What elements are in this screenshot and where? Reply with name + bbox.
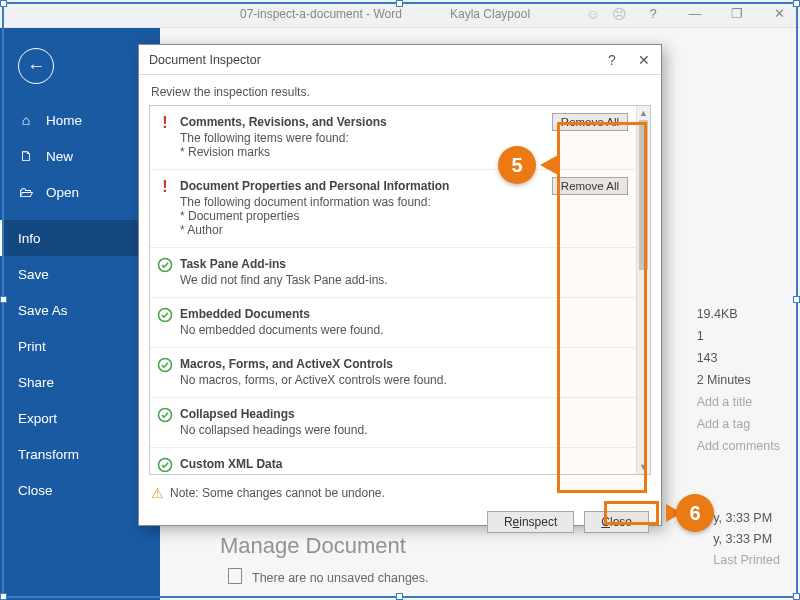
minimize-button[interactable]: — [674,0,716,28]
scroll-down-icon[interactable]: ▼ [637,460,650,474]
result-title: Comments, Revisions, and Versions [180,115,544,129]
remove-all-button[interactable]: Remove All [552,113,628,131]
sidebar-item-label: Save As [18,303,68,318]
sidebar-item-home[interactable]: ⌂ Home [0,102,160,138]
callout-label: 6 [689,502,700,525]
result-title: Collapsed Headings [180,407,544,421]
dialog-subtitle: Review the inspection results. [139,75,661,105]
result-body: We did not find any Task Pane add-ins. [180,273,544,287]
window-buttons: ☺ ☹ ? — ❐ ✕ [580,0,800,28]
remove-all-button[interactable]: Remove All [552,177,628,195]
sidebar-item-open[interactable]: 🗁 Open [0,174,160,210]
callout-6: 6 [676,494,714,532]
sidebar-item-label: Close [18,483,53,498]
result-task-pane-addins: Task Pane Add-ins We did not find any Ta… [150,248,636,298]
result-title: Document Properties and Personal Informa… [180,179,544,193]
result-body: No collapsed headings were found. [180,423,544,437]
prop-editing-time: 2 Minutes [697,369,780,391]
results-list: ! Comments, Revisions, and Versions The … [150,106,636,474]
manage-document-status: There are no unsaved changes. [252,571,429,585]
sidebar-item-print[interactable]: Print [0,328,160,364]
prop-size: 19.4KB [697,303,780,325]
note-text: Note: Some changes cannot be undone. [170,486,385,500]
result-custom-xml-data: Custom XML Data [150,448,636,474]
result-macros-forms-activex: Macros, Forms, and ActiveX Controls No m… [150,348,636,398]
sidebar-item-save-as[interactable]: Save As [0,292,160,328]
sidebar-item-label: Transform [18,447,79,462]
result-comments-revisions: ! Comments, Revisions, and Versions The … [150,106,636,170]
sidebar-item-close[interactable]: Close [0,472,160,508]
result-title: Embedded Documents [180,307,544,321]
result-body: * Revision marks [180,145,544,159]
user-name: Kayla Claypool [450,7,530,21]
arrow-left-icon: ← [27,56,45,77]
sidebar-item-new[interactable]: 🗋 New [0,138,160,174]
inspection-results: ! Comments, Revisions, and Versions The … [149,105,651,475]
scroll-thumb[interactable] [639,120,648,270]
document-title: 07-inspect-a-document - Word [240,7,402,21]
result-collapsed-headings: Collapsed Headings No collapsed headings… [150,398,636,448]
checkmark-icon [157,457,173,473]
sidebar-item-label: New [46,149,73,164]
date-created: y, 3:33 PM [713,529,780,550]
dialog-help-button[interactable]: ? [603,52,621,68]
dialog-title: Document Inspector [149,53,261,67]
back-button[interactable]: ← [18,48,54,84]
callout-tail [540,155,558,175]
face-happy-icon[interactable]: ☺ [580,0,606,28]
restore-button[interactable]: ❐ [716,0,758,28]
sidebar-item-save[interactable]: Save [0,256,160,292]
related-dates: y, 3:33 PM y, 3:33 PM Last Printed [713,508,780,571]
prop-words: 143 [697,347,780,369]
close-button[interactable]: Close [584,511,649,533]
sidebar-item-share[interactable]: Share [0,364,160,400]
file-menu-sidebar: ← ⌂ Home 🗋 New 🗁 Open Info Save Save As … [0,28,160,600]
scroll-up-icon[interactable]: ▲ [637,106,650,120]
sidebar-item-label: Export [18,411,57,426]
sidebar-item-label: Print [18,339,46,354]
result-body: * Document properties [180,209,544,223]
result-title: Macros, Forms, and ActiveX Controls [180,357,544,371]
result-doc-properties: ! Document Properties and Personal Infor… [150,170,636,248]
new-icon: 🗋 [18,148,34,164]
face-sad-icon[interactable]: ☹ [606,0,632,28]
result-body: No macros, forms, or ActiveX controls we… [180,373,544,387]
prop-comments[interactable]: Add comments [697,435,780,457]
date-modified: y, 3:33 PM [713,508,780,529]
warning-icon: ! [157,115,173,131]
sidebar-item-label: Home [46,113,82,128]
sidebar-item-export[interactable]: Export [0,400,160,436]
dialog-title-bar: Document Inspector ? ✕ [139,45,661,75]
checkmark-icon [157,357,173,373]
close-window-button[interactable]: ✕ [758,0,800,28]
help-button[interactable]: ? [632,0,674,28]
checkmark-icon [157,307,173,323]
sidebar-item-label: Save [18,267,49,282]
result-body: The following document information was f… [180,195,544,209]
result-body: The following items were found: [180,131,544,145]
result-embedded-documents: Embedded Documents No embedded documents… [150,298,636,348]
open-icon: 🗁 [18,184,34,200]
document-icon [228,568,242,584]
result-body: * Author [180,223,544,237]
sidebar-item-label: Info [18,231,41,246]
scrollbar[interactable]: ▲ ▼ [636,106,650,474]
prop-title[interactable]: Add a title [697,391,780,413]
result-title: Task Pane Add-ins [180,257,544,271]
prop-tags[interactable]: Add a tag [697,413,780,435]
sidebar-item-label: Open [46,185,79,200]
warning-triangle-icon: ⚠ [151,485,164,501]
result-body: No embedded documents were found. [180,323,544,337]
home-icon: ⌂ [18,112,34,128]
date-printed: Last Printed [713,550,780,571]
sidebar-item-info[interactable]: Info [0,220,160,256]
dialog-close-x-button[interactable]: ✕ [635,52,653,68]
prop-pages: 1 [697,325,780,347]
title-bar: 07-inspect-a-document - Word Kayla Clayp… [0,0,800,28]
callout-label: 5 [511,154,522,177]
dialog-button-row: Reinspect Close [139,511,661,543]
document-inspector-dialog: Document Inspector ? ✕ Review the inspec… [138,44,662,526]
sidebar-item-label: Share [18,375,54,390]
reinspect-button[interactable]: Reinspect [487,511,574,533]
sidebar-item-transform[interactable]: Transform [0,436,160,472]
